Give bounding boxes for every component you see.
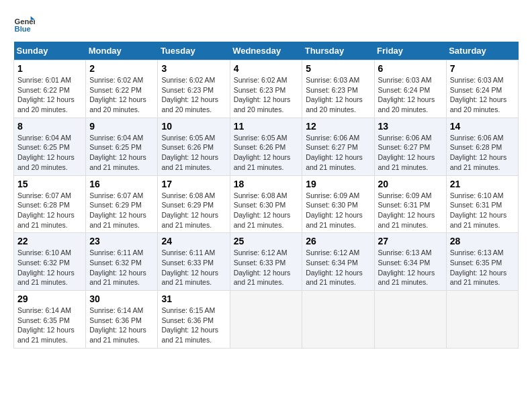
day-detail: Sunrise: 6:06 AMSunset: 6:28 PMDaylight:… bbox=[450, 134, 507, 171]
calendar-cell: 19 Sunrise: 6:09 AMSunset: 6:30 PMDaylig… bbox=[302, 175, 374, 233]
calendar-cell: 4 Sunrise: 6:02 AMSunset: 6:23 PMDayligh… bbox=[230, 60, 302, 118]
calendar-cell: 10 Sunrise: 6:05 AMSunset: 6:26 PMDaylig… bbox=[158, 118, 230, 175]
calendar-week-4: 22 Sunrise: 6:10 AMSunset: 6:32 PMDaylig… bbox=[14, 233, 519, 291]
calendar-cell: 16 Sunrise: 6:07 AMSunset: 6:29 PMDaylig… bbox=[86, 175, 158, 233]
day-number: 19 bbox=[306, 179, 370, 189]
calendar-cell: 24 Sunrise: 6:11 AMSunset: 6:33 PMDaylig… bbox=[158, 233, 230, 291]
day-number: 16 bbox=[89, 179, 154, 189]
day-detail: Sunrise: 6:13 AMSunset: 6:35 PMDaylight:… bbox=[450, 248, 507, 286]
calendar-header-row: SundayMondayTuesdayWednesdayThursdayFrid… bbox=[14, 42, 519, 60]
day-detail: Sunrise: 6:07 AMSunset: 6:28 PMDaylight:… bbox=[17, 191, 75, 229]
day-number: 21 bbox=[450, 179, 515, 189]
day-detail: Sunrise: 6:02 AMSunset: 6:23 PMDaylight:… bbox=[161, 76, 218, 113]
header-wednesday: Wednesday bbox=[230, 42, 302, 60]
day-detail: Sunrise: 6:05 AMSunset: 6:26 PMDaylight:… bbox=[161, 134, 218, 171]
day-detail: Sunrise: 6:06 AMSunset: 6:27 PMDaylight:… bbox=[378, 134, 435, 171]
day-detail: Sunrise: 6:08 AMSunset: 6:30 PMDaylight:… bbox=[234, 191, 291, 229]
day-number: 29 bbox=[17, 293, 82, 304]
day-detail: Sunrise: 6:09 AMSunset: 6:30 PMDaylight:… bbox=[306, 191, 363, 229]
calendar-cell: 20 Sunrise: 6:09 AMSunset: 6:31 PMDaylig… bbox=[374, 175, 446, 233]
day-detail: Sunrise: 6:13 AMSunset: 6:34 PMDaylight:… bbox=[378, 248, 435, 286]
logo-icon: General Blue bbox=[13, 13, 35, 35]
calendar-cell: 26 Sunrise: 6:12 AMSunset: 6:34 PMDaylig… bbox=[302, 233, 374, 291]
day-detail: Sunrise: 6:11 AMSunset: 6:32 PMDaylight:… bbox=[89, 248, 146, 286]
calendar-cell: 11 Sunrise: 6:05 AMSunset: 6:26 PMDaylig… bbox=[230, 118, 302, 175]
header-tuesday: Tuesday bbox=[158, 42, 230, 60]
day-detail: Sunrise: 6:05 AMSunset: 6:26 PMDaylight:… bbox=[234, 134, 291, 171]
day-number: 8 bbox=[17, 121, 82, 132]
calendar-cell: 3 Sunrise: 6:02 AMSunset: 6:23 PMDayligh… bbox=[158, 60, 230, 118]
day-detail: Sunrise: 6:02 AMSunset: 6:22 PMDaylight:… bbox=[89, 76, 146, 113]
day-detail: Sunrise: 6:09 AMSunset: 6:31 PMDaylight:… bbox=[378, 191, 435, 229]
calendar-cell: 25 Sunrise: 6:12 AMSunset: 6:33 PMDaylig… bbox=[230, 233, 302, 291]
calendar-cell: 6 Sunrise: 6:03 AMSunset: 6:24 PMDayligh… bbox=[374, 60, 446, 118]
calendar-cell: 30 Sunrise: 6:14 AMSunset: 6:36 PMDaylig… bbox=[86, 291, 158, 349]
day-detail: Sunrise: 6:03 AMSunset: 6:24 PMDaylight:… bbox=[450, 76, 507, 113]
day-number: 25 bbox=[234, 236, 299, 246]
calendar-cell: 22 Sunrise: 6:10 AMSunset: 6:32 PMDaylig… bbox=[14, 233, 86, 291]
day-number: 13 bbox=[378, 121, 443, 132]
calendar-table: SundayMondayTuesdayWednesdayThursdayFrid… bbox=[13, 42, 519, 349]
day-number: 22 bbox=[17, 236, 82, 246]
calendar-cell: 23 Sunrise: 6:11 AMSunset: 6:32 PMDaylig… bbox=[86, 233, 158, 291]
day-number: 9 bbox=[89, 121, 154, 132]
day-detail: Sunrise: 6:04 AMSunset: 6:25 PMDaylight:… bbox=[17, 134, 75, 171]
calendar-cell: 12 Sunrise: 6:06 AMSunset: 6:27 PMDaylig… bbox=[302, 118, 374, 175]
day-number: 4 bbox=[234, 63, 299, 74]
logo: General Blue bbox=[13, 13, 38, 35]
calendar-cell: 18 Sunrise: 6:08 AMSunset: 6:30 PMDaylig… bbox=[230, 175, 302, 233]
day-number: 1 bbox=[17, 63, 82, 74]
day-number: 31 bbox=[161, 293, 226, 304]
calendar-cell: 17 Sunrise: 6:08 AMSunset: 6:29 PMDaylig… bbox=[158, 175, 230, 233]
day-number: 26 bbox=[306, 236, 370, 246]
day-detail: Sunrise: 6:04 AMSunset: 6:25 PMDaylight:… bbox=[89, 134, 146, 171]
calendar-cell: 15 Sunrise: 6:07 AMSunset: 6:28 PMDaylig… bbox=[14, 175, 86, 233]
calendar-week-2: 8 Sunrise: 6:04 AMSunset: 6:25 PMDayligh… bbox=[14, 118, 519, 175]
day-detail: Sunrise: 6:12 AMSunset: 6:33 PMDaylight:… bbox=[234, 248, 291, 286]
calendar-cell: 13 Sunrise: 6:06 AMSunset: 6:27 PMDaylig… bbox=[374, 118, 446, 175]
day-number: 23 bbox=[89, 236, 154, 246]
header-friday: Friday bbox=[374, 42, 446, 60]
day-number: 28 bbox=[450, 236, 515, 246]
day-detail: Sunrise: 6:15 AMSunset: 6:36 PMDaylight:… bbox=[161, 306, 218, 344]
day-number: 20 bbox=[378, 179, 443, 189]
calendar-week-1: 1 Sunrise: 6:01 AMSunset: 6:22 PMDayligh… bbox=[14, 60, 519, 118]
calendar-cell: 28 Sunrise: 6:13 AMSunset: 6:35 PMDaylig… bbox=[446, 233, 518, 291]
calendar-cell: 14 Sunrise: 6:06 AMSunset: 6:28 PMDaylig… bbox=[446, 118, 518, 175]
calendar-cell bbox=[446, 291, 518, 349]
day-number: 3 bbox=[161, 63, 226, 74]
calendar-cell: 29 Sunrise: 6:14 AMSunset: 6:35 PMDaylig… bbox=[14, 291, 86, 349]
day-detail: Sunrise: 6:11 AMSunset: 6:33 PMDaylight:… bbox=[161, 248, 218, 286]
calendar-cell: 2 Sunrise: 6:02 AMSunset: 6:22 PMDayligh… bbox=[86, 60, 158, 118]
calendar-cell bbox=[374, 291, 446, 349]
calendar-week-5: 29 Sunrise: 6:14 AMSunset: 6:35 PMDaylig… bbox=[14, 291, 519, 349]
header-monday: Monday bbox=[86, 42, 158, 60]
day-detail: Sunrise: 6:10 AMSunset: 6:31 PMDaylight:… bbox=[450, 191, 507, 229]
day-detail: Sunrise: 6:14 AMSunset: 6:36 PMDaylight:… bbox=[89, 306, 146, 344]
calendar-cell: 9 Sunrise: 6:04 AMSunset: 6:25 PMDayligh… bbox=[86, 118, 158, 175]
day-detail: Sunrise: 6:12 AMSunset: 6:34 PMDaylight:… bbox=[306, 248, 363, 286]
day-number: 27 bbox=[378, 236, 443, 246]
header: General Blue bbox=[13, 13, 519, 35]
day-number: 15 bbox=[17, 179, 82, 189]
header-thursday: Thursday bbox=[302, 42, 374, 60]
day-detail: Sunrise: 6:14 AMSunset: 6:35 PMDaylight:… bbox=[17, 306, 75, 344]
calendar-cell: 27 Sunrise: 6:13 AMSunset: 6:34 PMDaylig… bbox=[374, 233, 446, 291]
day-number: 10 bbox=[161, 121, 226, 132]
day-detail: Sunrise: 6:06 AMSunset: 6:27 PMDaylight:… bbox=[306, 134, 363, 171]
calendar-cell: 5 Sunrise: 6:03 AMSunset: 6:23 PMDayligh… bbox=[302, 60, 374, 118]
day-number: 6 bbox=[378, 63, 443, 74]
calendar-cell: 7 Sunrise: 6:03 AMSunset: 6:24 PMDayligh… bbox=[446, 60, 518, 118]
day-number: 12 bbox=[306, 121, 370, 132]
calendar-cell bbox=[302, 291, 374, 349]
day-detail: Sunrise: 6:07 AMSunset: 6:29 PMDaylight:… bbox=[89, 191, 146, 229]
day-detail: Sunrise: 6:03 AMSunset: 6:24 PMDaylight:… bbox=[378, 76, 435, 113]
day-number: 30 bbox=[89, 293, 154, 304]
day-detail: Sunrise: 6:08 AMSunset: 6:29 PMDaylight:… bbox=[161, 191, 218, 229]
calendar-cell: 31 Sunrise: 6:15 AMSunset: 6:36 PMDaylig… bbox=[158, 291, 230, 349]
day-number: 2 bbox=[89, 63, 154, 74]
day-detail: Sunrise: 6:02 AMSunset: 6:23 PMDaylight:… bbox=[234, 76, 291, 113]
day-number: 7 bbox=[450, 63, 515, 74]
calendar-cell: 1 Sunrise: 6:01 AMSunset: 6:22 PMDayligh… bbox=[14, 60, 86, 118]
day-detail: Sunrise: 6:10 AMSunset: 6:32 PMDaylight:… bbox=[17, 248, 75, 286]
